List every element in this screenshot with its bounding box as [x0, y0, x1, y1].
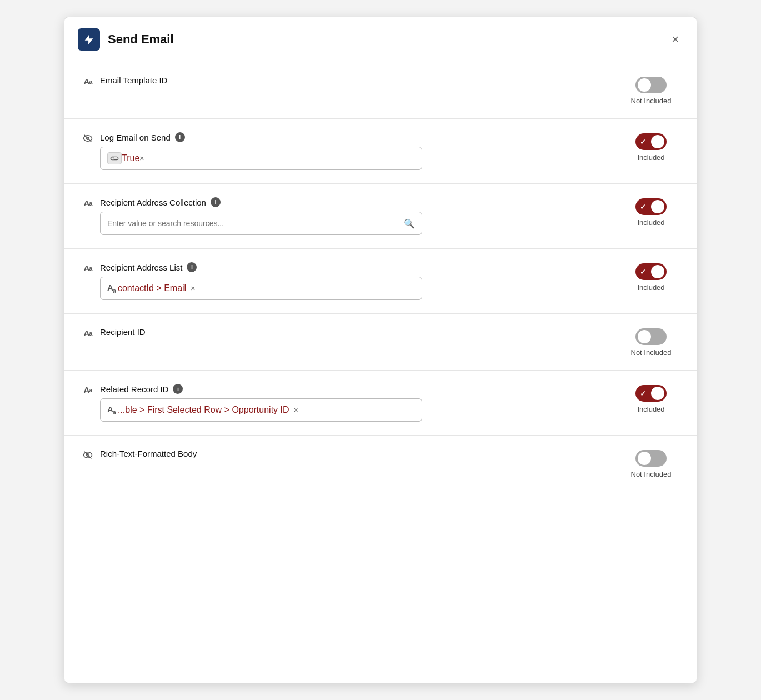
field-label: Email Template ID [100, 76, 167, 85]
field-row-recipient-address-list: Aa Recipient Address List i Aa contactId… [64, 249, 697, 314]
toggle-label: Included [637, 153, 664, 162]
field-row-recipient-address-collection: Aa Recipient Address Collection i 🔍 ✓ [64, 184, 697, 249]
field-label-row: Related Record ID i [100, 384, 623, 394]
field-row-recipient-id: Aa Recipient ID Not Included [64, 314, 697, 371]
field-left: Aa Related Record ID i Aa ...ble > First… [82, 384, 623, 422]
field-label-row: Email Template ID [100, 76, 623, 85]
field-content: Recipient ID [100, 327, 623, 341]
toggle-related-record[interactable]: ✓ [635, 385, 667, 402]
search-input[interactable] [107, 219, 399, 228]
toggle-knob [638, 78, 651, 92]
modal-header: Send Email × [64, 17, 697, 62]
tag-close-contact[interactable]: × [191, 284, 195, 292]
eye-icon [82, 450, 93, 460]
modal-body: Aa Email Template ID Not Included [64, 62, 697, 492]
toggle-wrap-log-email: ✓ Included [623, 133, 679, 162]
info-icon[interactable]: i [173, 384, 183, 394]
field-input-recipient-list: Aa contactId > Email × [100, 277, 422, 300]
toggle-check: ✓ [640, 268, 646, 276]
modal-title: Send Email [108, 32, 174, 47]
toggle-knob [651, 387, 664, 400]
toggle-check: ✓ [640, 389, 646, 398]
header-left: Send Email [78, 28, 174, 51]
field-input-log-email: True × [100, 147, 422, 170]
field-row-related-record-id: Aa Related Record ID i Aa ...ble > First… [64, 371, 697, 436]
field-content: Recipient Address List i Aa contactId > … [100, 262, 623, 300]
field-label-row: Log Email on Send i [100, 132, 623, 142]
toggle-check: ✓ [640, 138, 646, 146]
aa-icon: Aa [82, 263, 93, 273]
toggle-recipient-list[interactable]: ✓ [635, 263, 667, 280]
svg-point-4 [112, 157, 114, 159]
field-row-email-template-id: Aa Email Template ID Not Included [64, 62, 697, 119]
toggle-knob [651, 265, 664, 278]
toggle-wrap-related-record: ✓ Included [623, 385, 679, 413]
toggle-knob [651, 135, 664, 148]
field-left: Aa Recipient Address List i Aa contactId… [82, 262, 623, 300]
tag-close-opportunity[interactable]: × [294, 406, 298, 414]
field-left: Aa Recipient ID [82, 327, 623, 341]
field-label: Recipient Address Collection [100, 198, 206, 207]
field-label: Recipient Address List [100, 263, 182, 272]
info-icon[interactable]: i [175, 132, 185, 142]
aa-tag-icon: Aa [107, 283, 116, 294]
field-label: Related Record ID [100, 384, 168, 394]
tag-text-true: True [122, 153, 139, 163]
field-content: Related Record ID i Aa ...ble > First Se… [100, 384, 623, 422]
info-icon[interactable]: i [211, 197, 221, 207]
field-label: Rich-Text-Formatted Body [100, 449, 197, 458]
field-content: Recipient Address Collection i 🔍 [100, 197, 623, 235]
toggle-check: ✓ [640, 203, 646, 211]
field-input-related-record: Aa ...ble > First Selected Row > Opportu… [100, 398, 422, 422]
field-label: Log Email on Send [100, 133, 171, 142]
field-input-recipient-collection: 🔍 [100, 212, 422, 235]
lightning-svg [83, 33, 95, 46]
send-email-modal: Send Email × Aa Email Template ID Not In… [64, 17, 697, 683]
field-row-log-email-on-send: Log Email on Send i True × [64, 119, 697, 184]
tag-close-true[interactable]: × [139, 154, 144, 162]
toggle-wrap-recipient-collection: ✓ Included [623, 198, 679, 227]
toggle-knob [651, 200, 664, 213]
toggle-wrap-recipient-id: Not Included [623, 328, 679, 357]
toggle-wrap-rich-text: Not Included [623, 450, 679, 478]
aa-tag-icon: Aa [107, 404, 116, 416]
field-content: Rich-Text-Formatted Body [100, 449, 623, 463]
search-icon: 🔍 [404, 218, 415, 229]
aa-icon: Aa [82, 198, 93, 208]
toggle-wrap-email-template-id: Not Included [623, 77, 679, 105]
eye-icon [82, 133, 93, 143]
toggle-email-template-id[interactable] [635, 77, 667, 93]
field-left: Aa Recipient Address Collection i 🔍 [82, 197, 623, 235]
tag-text-opportunity: ...ble > First Selected Row > Opportunit… [118, 405, 289, 415]
toggle-knob [638, 452, 651, 465]
field-label-row: Recipient Address List i [100, 262, 623, 272]
toggle-rich-text[interactable] [635, 450, 667, 467]
toggle-label: Not Included [631, 97, 672, 105]
field-left: Aa Email Template ID [82, 76, 623, 89]
aa-icon: Aa [82, 77, 93, 86]
close-button[interactable]: × [667, 31, 683, 48]
field-left: Rich-Text-Formatted Body [82, 449, 623, 463]
toggle-tag-icon [107, 152, 122, 164]
toggle-label: Included [637, 218, 664, 227]
toggle-recipient-collection[interactable]: ✓ [635, 198, 667, 215]
field-content: Log Email on Send i True × [100, 132, 623, 170]
toggle-label: Included [637, 283, 664, 292]
field-label-row: Rich-Text-Formatted Body [100, 449, 623, 458]
field-content: Email Template ID [100, 76, 623, 89]
aa-icon: Aa [82, 385, 93, 394]
toggle-wrap-recipient-list: ✓ Included [623, 263, 679, 292]
info-icon[interactable]: i [187, 262, 197, 272]
aa-icon: Aa [82, 328, 93, 338]
field-label-row: Recipient Address Collection i [100, 197, 623, 207]
toggle-label: Not Included [631, 348, 672, 357]
field-label-row: Recipient ID [100, 327, 623, 337]
toggle-recipient-id[interactable] [635, 328, 667, 345]
toggle-label: Not Included [631, 470, 672, 478]
toggle-log-email[interactable]: ✓ [635, 133, 667, 150]
field-row-rich-text-body: Rich-Text-Formatted Body Not Included [64, 436, 697, 492]
toggle-knob [638, 330, 651, 343]
field-left: Log Email on Send i True × [82, 132, 623, 170]
lightning-icon [78, 28, 100, 51]
tag-text-contact: contactId > Email [118, 283, 186, 293]
